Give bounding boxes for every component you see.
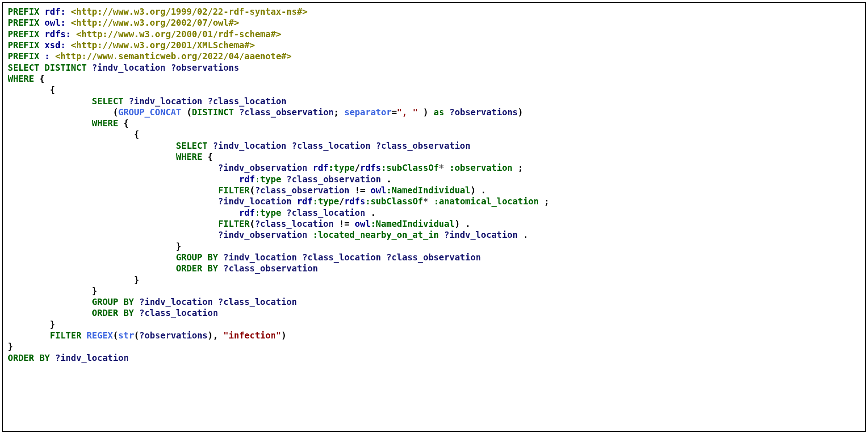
- fn-group-concat: GROUP_CONCAT: [118, 107, 181, 117]
- qname-anatomical-location: :anatomical_location: [434, 196, 539, 206]
- string-infection: "infection": [223, 330, 281, 340]
- keyword-where: WHERE: [8, 73, 34, 84]
- kw-separator: separator: [344, 107, 391, 117]
- fn-str: str: [118, 330, 134, 340]
- sparql-code-block: PREFIX rdf: <http://www.w3.org/1999/02/2…: [2, 2, 866, 432]
- var-observations: ?observations: [171, 62, 239, 73]
- keyword-select: SELECT: [8, 62, 40, 73]
- keyword-prefix: PREFIX: [8, 51, 40, 61]
- keyword-filter: FILTER: [218, 185, 250, 195]
- keyword-order-by: ORDER BY: [176, 263, 218, 273]
- prefix-name-rdf: rdf:: [45, 6, 66, 17]
- prefix-name-rdfs: rdfs:: [45, 29, 71, 39]
- prefix-uri-owl: <http://www.w3.org/2002/07/owl#>: [71, 17, 239, 28]
- prefix-uri-rdfs: <http://www.w3.org/2000/01/rdf-schema#>: [76, 29, 281, 39]
- keyword-prefix: PREFIX: [8, 17, 40, 28]
- qname-observation: :observation: [449, 163, 512, 173]
- prefix-name-xsd: xsd:: [45, 40, 66, 50]
- prefix-name-owl: owl:: [45, 17, 66, 28]
- keyword-prefix: PREFIX: [8, 6, 40, 17]
- keyword-distinct: DISTINCT: [45, 62, 87, 73]
- keyword-prefix: PREFIX: [8, 40, 40, 50]
- keyword-as: as: [434, 107, 444, 117]
- keyword-prefix: PREFIX: [8, 29, 40, 39]
- prefix-uri-xsd: <http://www.w3.org/2001/XMLSchema#>: [71, 40, 255, 50]
- qname-located: :located_nearby_on_at_in: [312, 230, 439, 240]
- prefix-name-base: :: [45, 51, 50, 61]
- keyword-group-by: GROUP BY: [176, 252, 218, 262]
- string-separator: ", ": [397, 107, 418, 117]
- prefix-uri-rdf: <http://www.w3.org/1999/02/22-rdf-syntax…: [71, 6, 307, 17]
- var-indv-location: ?indv_location: [92, 62, 165, 73]
- keyword-select: SELECT: [92, 96, 124, 106]
- prefix-uri-base: <http://www.semanticweb.org/2022/04/aaen…: [55, 51, 292, 61]
- fn-regex: REGEX: [87, 330, 113, 340]
